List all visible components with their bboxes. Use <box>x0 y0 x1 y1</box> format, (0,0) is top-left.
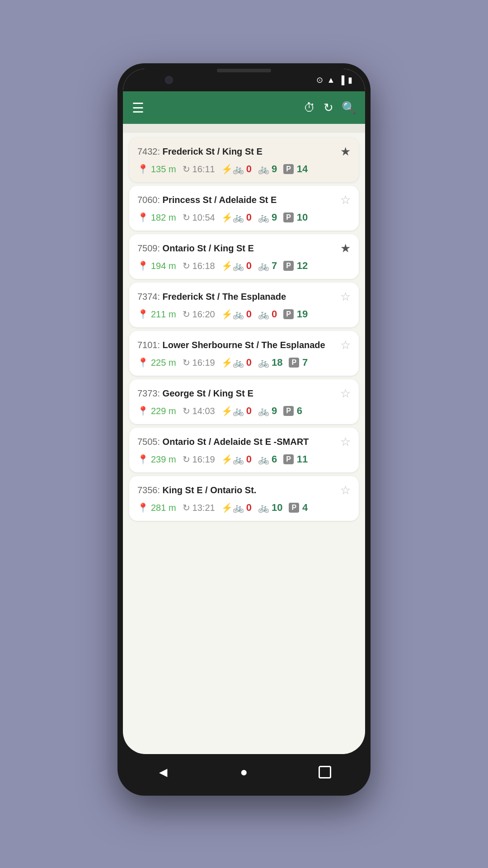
station-header: 7432: Frederick St / King St E ★ <box>137 145 351 159</box>
phone-screen: ⊙ ▲ ▐ ▮ ☰ ⏱ ↻ 🔍 7432: Frederick St / <box>123 69 365 754</box>
nav-back-button[interactable] <box>152 761 174 783</box>
bike-count: 6 <box>272 453 277 465</box>
parking-icon: P <box>283 309 294 319</box>
ebike-count: 0 <box>246 405 252 417</box>
ebike-icon: ⚡🚲 <box>221 454 244 465</box>
location-icon: ⊙ <box>316 75 323 85</box>
bike-stat: 🚲 6 <box>258 453 277 465</box>
station-id-name: 7060: Princess St / Adelaide St E <box>137 195 277 205</box>
star-icon[interactable]: ☆ <box>340 483 351 497</box>
update-time-value: 16:18 <box>192 261 215 271</box>
station-id-name: 7509: Ontario St / King St E <box>137 243 254 254</box>
star-icon[interactable]: ☆ <box>340 435 351 449</box>
nav-recents-button[interactable] <box>314 761 336 783</box>
parking-stat: P 19 <box>283 308 308 320</box>
station-card[interactable]: 7060: Princess St / Adelaide St E ☆ 📍 18… <box>129 186 359 231</box>
parking-icon: P <box>283 261 294 271</box>
station-id-name: 7356: King St E / Ontario St. <box>137 485 256 495</box>
parking-stat: P 4 <box>289 502 308 514</box>
pin-icon: 📍 <box>137 212 149 223</box>
distance-value: 211 m <box>151 309 176 320</box>
star-icon[interactable]: ☆ <box>340 290 351 304</box>
refresh-stat-icon: ↻ <box>183 164 190 175</box>
station-card[interactable]: 7374: Frederick St / The Esplanade ☆ 📍 2… <box>129 283 359 327</box>
bike-icon: 🚲 <box>258 502 269 513</box>
ebike-count: 0 <box>246 212 252 223</box>
ebike-icon: ⚡🚲 <box>221 502 244 513</box>
ebike-count: 0 <box>246 163 252 175</box>
battery-icon: ▮ <box>348 75 352 85</box>
phone-camera <box>165 76 173 84</box>
ebike-count: 0 <box>246 260 252 272</box>
refresh-icon[interactable]: ↻ <box>324 101 333 115</box>
parking-stat: P 6 <box>283 405 302 417</box>
star-icon[interactable]: ★ <box>340 241 351 255</box>
distance-stat: 📍 239 m <box>137 454 176 465</box>
refresh-stat-icon: ↻ <box>183 309 190 320</box>
station-card[interactable]: 7509: Ontario St / King St E ★ 📍 194 m ↻… <box>129 234 359 279</box>
distance-value: 225 m <box>151 358 176 368</box>
parking-count: 7 <box>302 357 308 368</box>
bike-count: 7 <box>272 260 277 272</box>
distance-value: 194 m <box>151 261 176 271</box>
distance-stat: 📍 182 m <box>137 212 176 223</box>
ebike-stat: ⚡🚲 0 <box>221 502 252 514</box>
update-time-value: 10:54 <box>192 212 215 223</box>
station-card[interactable]: 7373: George St / King St E ☆ 📍 229 m ↻ … <box>129 379 359 424</box>
ebike-stat: ⚡🚲 0 <box>221 212 252 223</box>
parking-icon: P <box>283 212 294 222</box>
bike-icon: 🚲 <box>258 454 269 465</box>
timer-icon[interactable]: ⏱ <box>304 101 315 115</box>
update-time-value: 16:19 <box>192 358 215 368</box>
station-header: 7505: Ontario St / Adelaide St E -SMART … <box>137 435 351 449</box>
nav-home-button[interactable] <box>233 761 255 783</box>
search-icon[interactable]: 🔍 <box>342 101 356 115</box>
refresh-stat-icon: ↻ <box>183 212 190 223</box>
star-icon[interactable]: ☆ <box>340 387 351 401</box>
distance-value: 229 m <box>151 406 176 416</box>
station-name: Princess St / Adelaide St E <box>163 195 277 205</box>
station-header: 7060: Princess St / Adelaide St E ☆ <box>137 193 351 207</box>
station-id: 7373: <box>137 388 163 398</box>
phone-notch <box>217 69 271 72</box>
time-stat: ↻ 10:54 <box>183 212 215 223</box>
pin-icon: 📍 <box>137 357 149 368</box>
station-id-name: 7373: George St / King St E <box>137 388 253 399</box>
ebike-icon: ⚡🚲 <box>221 260 244 271</box>
station-card[interactable]: 7505: Ontario St / Adelaide St E -SMART … <box>129 428 359 472</box>
update-time-value: 16:19 <box>192 454 215 465</box>
distance-value: 239 m <box>151 454 176 465</box>
refresh-stat-icon: ↻ <box>183 357 190 368</box>
menu-button[interactable]: ☰ <box>132 100 144 116</box>
ebike-stat: ⚡🚲 0 <box>221 357 252 368</box>
bike-count: 9 <box>272 212 277 223</box>
star-icon[interactable]: ☆ <box>340 338 351 352</box>
bike-stat: 🚲 9 <box>258 163 277 175</box>
station-card[interactable]: 7101: Lower Sherbourne St / The Esplanad… <box>129 331 359 376</box>
time-stat: ↻ 16:19 <box>183 454 215 465</box>
station-stats: 📍 135 m ↻ 16:11 ⚡🚲 0 🚲 9 P 14 <box>137 163 351 175</box>
phone-shell: ⊙ ▲ ▐ ▮ ☰ ⏱ ↻ 🔍 7432: Frederick St / <box>117 63 371 796</box>
station-stats: 📍 211 m ↻ 16:20 ⚡🚲 0 🚲 0 P 19 <box>137 308 351 320</box>
distance-stat: 📍 225 m <box>137 357 176 368</box>
station-list[interactable]: 7432: Frederick St / King St E ★ 📍 135 m… <box>123 133 365 754</box>
station-card[interactable]: 7356: King St E / Ontario St. ☆ 📍 281 m … <box>129 476 359 521</box>
status-icons: ⊙ ▲ ▐ ▮ <box>316 75 352 85</box>
refresh-stat-icon: ↻ <box>183 260 190 271</box>
ebike-icon: ⚡🚲 <box>221 357 244 368</box>
station-header: 7356: King St E / Ontario St. ☆ <box>137 483 351 497</box>
time-stat: ↻ 14:03 <box>183 406 215 416</box>
bike-icon: 🚲 <box>258 164 269 175</box>
parking-count: 19 <box>297 308 308 320</box>
bike-count: 9 <box>272 163 277 175</box>
star-icon[interactable]: ★ <box>340 145 351 159</box>
update-bar <box>123 124 365 133</box>
station-name: Frederick St / The Esplanade <box>163 292 286 302</box>
station-card[interactable]: 7432: Frederick St / King St E ★ 📍 135 m… <box>129 137 359 182</box>
station-id: 7509: <box>137 243 163 253</box>
star-icon[interactable]: ☆ <box>340 193 351 207</box>
pin-icon: 📍 <box>137 164 149 175</box>
bike-stat: 🚲 9 <box>258 212 277 223</box>
station-id: 7060: <box>137 195 163 205</box>
station-name: George St / King St E <box>163 388 253 398</box>
